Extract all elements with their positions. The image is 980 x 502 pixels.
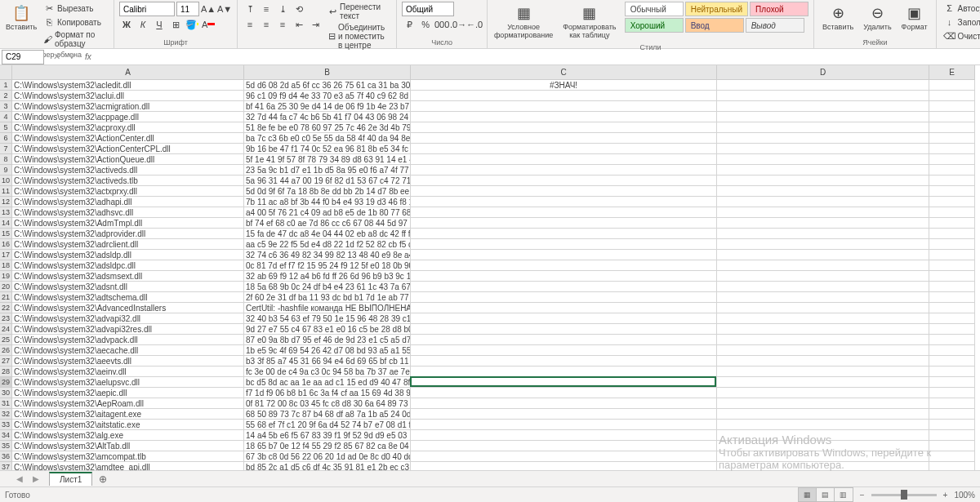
cell[interactable] [929,133,975,144]
cell[interactable]: 9b 16 be 47 f1 74 0c 52 ea 96 81 8b e5 3… [244,144,411,154]
fx-icon[interactable]: fx [85,52,91,61]
cell-style-neutral[interactable]: Нейтральный [685,2,748,16]
cell[interactable]: fc 3e 00 de c4 9a c3 0c 94 58 ba 7b 37 a… [244,367,411,377]
row-header[interactable]: 1 [0,80,12,91]
cell[interactable] [717,462,929,470]
cell-style-bad[interactable]: Плохой [750,2,808,16]
cell[interactable] [929,229,975,239]
col-header-C[interactable]: C [411,65,717,80]
cell[interactable] [411,335,717,345]
increase-font-icon[interactable]: A▲ [201,2,216,16]
cell[interactable] [717,186,929,197]
cell[interactable] [411,282,717,292]
cell[interactable] [411,101,717,112]
row-header[interactable]: 6 [0,133,12,144]
row-header[interactable]: 16 [0,239,12,250]
cell[interactable]: 68 50 89 73 7c 87 b4 68 df a8 7a 1b a5 2… [244,409,411,420]
cell[interactable]: C:\Windows\system32\aepic.dll [12,388,244,398]
cell[interactable]: C:\Windows\system32\adsldp.dll [12,250,244,260]
cell[interactable] [929,451,975,462]
cell[interactable] [717,345,929,356]
cell[interactable] [929,335,975,345]
number-format-select[interactable] [402,2,454,16]
cell-style-output[interactable]: Вывод [746,18,804,33]
cell[interactable]: 32 74 c6 36 49 82 34 99 82 13 48 40 e9 8… [244,250,411,260]
cell[interactable]: C:\Windows\system32\adhsvc.dll [12,207,244,218]
zoom-out-button[interactable]: − [860,491,865,500]
row-header[interactable]: 10 [0,175,12,186]
align-left-icon[interactable]: ≡ [243,17,257,32]
indent-increase-icon[interactable]: ⇥ [308,17,323,32]
comma-icon[interactable]: 000 [434,17,449,32]
cell[interactable]: 1b e5 9c 4f 69 54 26 42 d7 08 bd 93 a5 a… [244,345,411,356]
cell[interactable] [717,133,929,144]
font-name-select[interactable] [119,2,175,16]
cell[interactable] [929,271,975,282]
cell[interactable] [717,144,929,154]
cell[interactable]: C:\Windows\system32\acppage.dll [12,112,244,122]
wrap-text-button[interactable]: ↩Перенести текст [326,2,391,21]
cell[interactable]: C:\Windows\system32\adsldpc.dll [12,260,244,271]
cell[interactable] [411,175,717,186]
cell[interactable] [717,101,929,112]
cell[interactable] [929,197,975,207]
decimal-decrease-icon[interactable]: ←.0 [467,17,482,32]
cell[interactable] [929,101,975,112]
cell[interactable] [929,377,975,388]
cell[interactable] [717,229,929,239]
cell[interactable]: C:\Windows\system32\aeevts.dll [12,356,244,367]
cell[interactable]: C:\Windows\system32\AdmTmpl.dll [12,218,244,229]
cell[interactable]: a4 00 5f 76 21 c4 09 ad b8 e5 de 1b 80 7… [244,207,411,218]
col-header-B[interactable]: B [244,65,411,80]
italic-button[interactable]: К [136,17,150,32]
name-box[interactable] [2,50,44,64]
cell[interactable] [717,154,929,165]
cell-style-input[interactable]: Ввод [685,18,744,33]
cut-button[interactable]: ✂Вырезать [41,2,109,15]
cell[interactable]: b3 3f 85 a7 45 31 66 94 e4 6d 69 65 bf c… [244,356,411,367]
font-color-button[interactable]: A [201,17,216,32]
row-header[interactable]: 12 [0,197,12,207]
zoom-percent[interactable]: 100% [954,491,975,500]
cell[interactable]: C:\Windows\system32\AdvancedInstallers [12,303,244,313]
cell[interactable]: aa c5 9e 22 f5 5d e4 d8 22 1d f2 52 82 c… [244,239,411,250]
enter-formula-icon[interactable]: ✓ [65,50,80,64]
cell[interactable] [929,292,975,303]
cell[interactable] [929,218,975,229]
cell[interactable]: 2f 60 2e 31 df ba 11 93 dc bd b1 7d 1e a… [244,292,411,303]
cell[interactable] [929,154,975,165]
select-all-corner[interactable] [0,65,12,80]
cell[interactable] [411,313,717,324]
row-header[interactable]: 17 [0,250,12,260]
cell[interactable] [717,122,929,133]
row-header[interactable]: 25 [0,335,12,345]
cell[interactable] [929,144,975,154]
cell[interactable]: 14 a4 5b e6 f5 67 83 39 f1 9f 52 9d d9 e… [244,430,411,441]
cell[interactable] [929,165,975,175]
cell[interactable]: C:\Windows\system32\adsnt.dll [12,282,244,292]
cell[interactable] [717,441,929,451]
cell[interactable]: 5d d6 08 2d a5 6f cc 36 26 75 61 ca 31 b… [244,80,411,91]
format-painter-button[interactable]: 🖌Формат по образцу [41,29,109,49]
currency-icon[interactable]: ₽ [402,17,416,32]
autosum-button[interactable]: ΣАвтосумма [942,2,980,15]
cell[interactable]: C:\Windows\system32\AltTab.dll [12,441,244,451]
percent-icon[interactable]: % [418,17,433,32]
cell[interactable] [411,218,717,229]
row-header[interactable]: 9 [0,165,12,175]
cell[interactable] [411,260,717,271]
cell[interactable]: 9d 27 e7 55 c4 67 83 e1 e0 16 c5 be 28 d… [244,324,411,335]
cell[interactable] [411,165,717,175]
conditional-format-button[interactable]: ▦ Условное форматирование [492,2,555,42]
cell[interactable]: C:\Windows\system32\actxprxy.dll [12,186,244,197]
row-header[interactable]: 31 [0,398,12,409]
cell[interactable] [411,229,717,239]
cell[interactable] [717,250,929,260]
cell[interactable] [929,122,975,133]
col-header-D[interactable]: D [717,65,929,80]
cell[interactable] [717,409,929,420]
cell[interactable]: C:\Windows\system32\aitstatic.exe [12,420,244,430]
cell[interactable]: bd 85 2c a1 d5 c6 df 4c 35 91 81 e1 2b e… [244,462,411,470]
cell[interactable]: C:\Windows\system32\aeinv.dll [12,367,244,377]
cell[interactable]: 23 5a 9c b1 d7 e1 1b d5 8a 95 e0 f6 a7 4… [244,165,411,175]
